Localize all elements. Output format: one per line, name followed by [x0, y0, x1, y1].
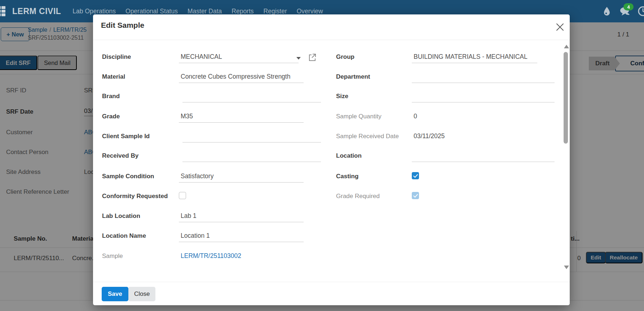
field-location: Location: [93, 151, 562, 164]
field-lab-location: Lab Location Lab 1: [93, 211, 562, 224]
field-label: Group: [336, 53, 354, 61]
grade-required-checkbox: [412, 192, 419, 199]
modal-close-button[interactable]: Close: [128, 287, 155, 301]
field-label: Department: [336, 73, 370, 80]
field-label: Location Name: [102, 232, 146, 240]
lab-location-input[interactable]: Lab 1: [179, 211, 304, 222]
close-icon[interactable]: [555, 22, 565, 32]
field-label: Location: [336, 152, 362, 159]
chat-icon[interactable]: 4: [619, 6, 630, 17]
nav-item-lab-operations[interactable]: Lab Operations: [72, 8, 116, 15]
sample-received-date-value: 03/11/2025: [412, 132, 537, 143]
sample-quantity-value: 0: [412, 112, 537, 123]
field-label: Sample Quantity: [336, 113, 381, 120]
app-screen: + New Sample/LERM/TR/25 SRF/251103002-25…: [0, 0, 644, 311]
nav-menu: Lab Operations Operational Status Master…: [72, 8, 323, 15]
menu-grid-icon[interactable]: [0, 6, 6, 16]
department-input[interactable]: [412, 72, 555, 83]
field-label: Lab Location: [102, 213, 140, 220]
field-sample-quantity: Sample Quantity 0: [93, 112, 562, 125]
size-input[interactable]: [412, 92, 555, 102]
scrollbar-up-arrow[interactable]: [564, 45, 569, 48]
field-label: Sample: [102, 253, 123, 260]
nav-item-master-data[interactable]: Master Data: [188, 8, 222, 15]
app-brand[interactable]: LERM CIVIL: [12, 6, 61, 16]
field-label: Size: [336, 93, 348, 100]
field-sample-received-date: Sample Received Date 03/11/2025: [93, 132, 562, 145]
location-name-input[interactable]: Location 1: [179, 231, 304, 242]
nav-item-overview[interactable]: Overview: [297, 8, 323, 15]
scrollbar-thumb[interactable]: [564, 52, 568, 144]
group-input[interactable]: BUILDING MATERIALS - MECHANICAL: [412, 52, 537, 63]
scrollbar-down-arrow[interactable]: [564, 266, 569, 269]
save-button[interactable]: Save: [102, 287, 128, 301]
nav-item-register[interactable]: Register: [264, 8, 287, 15]
modal-footer-divider: [93, 282, 570, 282]
field-size: Size: [93, 92, 562, 105]
field-grade-required: Grade Required: [93, 192, 562, 205]
nav-item-reports[interactable]: Reports: [231, 8, 253, 15]
modal-title: Edit Sample: [101, 21, 144, 30]
notification-badge: 4: [623, 3, 634, 10]
field-label: Casting: [336, 173, 358, 180]
nav-item-operational-status[interactable]: Operational Status: [125, 8, 178, 15]
casting-checkbox[interactable]: [412, 172, 419, 179]
edit-sample-modal: Edit Sample Discipline MECHANICAL Materi…: [93, 14, 570, 305]
field-location-name: Location Name Location 1: [93, 231, 562, 244]
modal-header-divider: [93, 40, 570, 40]
field-sample: Sample LERM/TR/251103002: [93, 251, 562, 264]
field-group: Group BUILDING MATERIALS - MECHANICAL: [93, 52, 562, 65]
field-label: Sample Received Date: [336, 133, 399, 140]
field-label: Grade Required: [336, 193, 380, 200]
field-casting: Casting: [93, 172, 562, 185]
location-input[interactable]: [412, 151, 555, 162]
field-department: Department: [93, 72, 562, 85]
history-icon[interactable]: [638, 6, 644, 17]
nav-icon-group: 4: [601, 0, 644, 22]
sample-link[interactable]: LERM/TR/251103002: [181, 252, 241, 259]
droplet-icon[interactable]: [601, 6, 612, 17]
